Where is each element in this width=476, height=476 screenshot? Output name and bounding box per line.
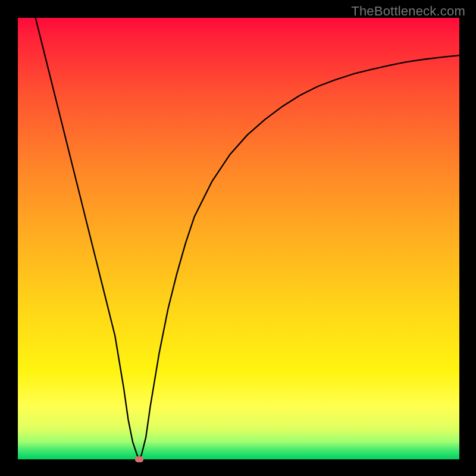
- bottleneck-curve-svg: [18, 18, 459, 459]
- minimum-marker: [135, 456, 143, 462]
- bottleneck-curve: [36, 18, 459, 459]
- chart-plot-area: [18, 18, 459, 459]
- watermark-text: TheBottleneck.com: [351, 4, 465, 19]
